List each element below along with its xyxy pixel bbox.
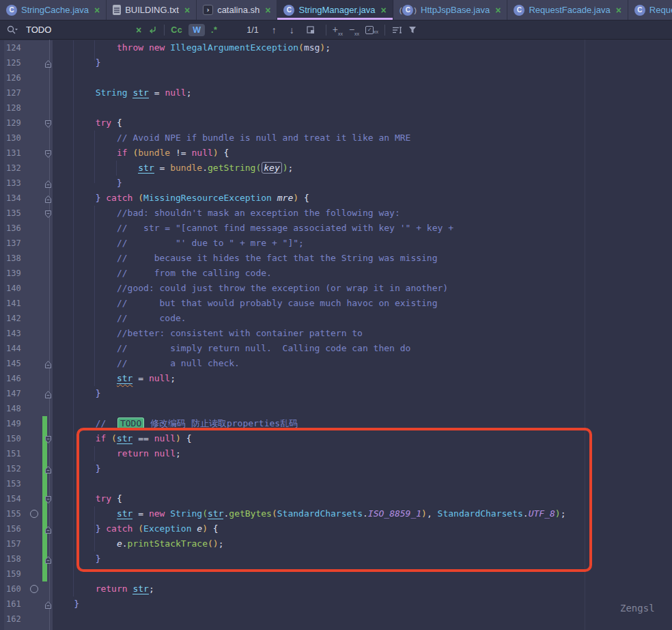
- previous-match-button[interactable]: ↑: [272, 25, 277, 36]
- tab-close-icon[interactable]: ×: [184, 5, 190, 15]
- code-line[interactable]: 125 }: [0, 55, 672, 70]
- fold-start-icon[interactable]: [44, 434, 52, 449]
- filter-lines-icon[interactable]: [391, 26, 402, 34]
- filter-icon[interactable]: [408, 26, 417, 34]
- code-text: } catch (MissingResourceException mre) {: [53, 191, 309, 206]
- gutter: 147: [0, 386, 53, 401]
- gutter-circle-icon[interactable]: [30, 585, 38, 593]
- tab-close-icon[interactable]: ×: [380, 5, 386, 15]
- line-number: 155: [6, 506, 21, 521]
- gutter: 140: [0, 281, 53, 296]
- indent-guide: [94, 131, 95, 183]
- gutter-circle-icon[interactable]: [30, 510, 38, 518]
- line-number: 153: [6, 476, 21, 491]
- tab-close-icon[interactable]: ×: [94, 5, 100, 15]
- code-line[interactable]: 139 // from the calling code.: [0, 266, 672, 281]
- code-editor[interactable]: 124 throw new IllegalArgumentException(m…: [0, 40, 672, 630]
- code-line[interactable]: 133 }: [0, 176, 672, 191]
- toggle-occurrences-button[interactable]: ✓xx: [365, 26, 378, 34]
- code-line[interactable]: 130 // Avoid NPE if bundle is null and t…: [0, 131, 672, 146]
- search-icon[interactable]: [7, 25, 18, 35]
- code-line[interactable]: 161 }: [0, 597, 672, 612]
- fold-end-icon[interactable]: [44, 389, 52, 404]
- line-number: 159: [6, 566, 21, 581]
- fold-end-icon[interactable]: [44, 524, 52, 539]
- code-text: // simply return null. Calling code can …: [53, 341, 410, 356]
- code-line[interactable]: 147 }: [0, 386, 672, 401]
- tab-stringcache-java[interactable]: CStringCache.java×: [0, 0, 107, 20]
- code-line[interactable]: 128: [0, 100, 672, 115]
- code-line[interactable]: 135 //bad: shouldn't mask an exception t…: [0, 206, 672, 221]
- code-line[interactable]: 160 return str;: [0, 581, 672, 597]
- code-line[interactable]: 140 //good: could just throw the excepti…: [0, 281, 672, 296]
- code-line[interactable]: 126: [0, 70, 672, 85]
- code-line[interactable]: 132 str = bundle.getString(key);: [0, 161, 672, 176]
- fold-end-icon[interactable]: [44, 359, 52, 374]
- fold-start-icon[interactable]: [44, 494, 52, 509]
- line-number: 132: [6, 161, 21, 176]
- tab-stringmanager-java[interactable]: CStringManager.java×: [277, 0, 393, 20]
- tab-close-icon[interactable]: ×: [265, 5, 270, 15]
- vcs-added-marker[interactable]: [42, 416, 47, 431]
- fold-end-icon[interactable]: [44, 58, 52, 73]
- tab-catalina-sh[interactable]: ›catalina.sh×: [197, 0, 277, 20]
- code-line[interactable]: 145 // a null check.: [0, 356, 672, 371]
- regex-button[interactable]: .*: [211, 25, 217, 35]
- gutter: 144: [0, 341, 53, 356]
- code-line[interactable]: 124 throw new IllegalArgumentException(m…: [0, 40, 672, 55]
- select-all-occurrences-button[interactable]: [306, 25, 316, 35]
- gutter: 156: [0, 521, 53, 536]
- match-case-button[interactable]: Cc: [171, 25, 182, 35]
- code-line[interactable]: 142 // code.: [0, 311, 672, 326]
- code-line[interactable]: 136 // str = "[cannot find message assoc…: [0, 221, 672, 236]
- code-line[interactable]: 146 str = null;: [0, 371, 672, 386]
- shell-file-icon: ›: [203, 5, 213, 15]
- code-line[interactable]: 134 } catch (MissingResourceException mr…: [0, 191, 672, 206]
- code-text: //good: could just throw the exception (…: [53, 281, 448, 296]
- code-line[interactable]: 127 String str = null;: [0, 85, 672, 100]
- gutter: 141: [0, 296, 53, 311]
- line-number: 145: [6, 356, 21, 371]
- tab-request-java[interactable]: CRequest.java×: [628, 0, 672, 20]
- search-input[interactable]: [25, 24, 130, 36]
- fold-end-icon[interactable]: [44, 599, 52, 614]
- code-line[interactable]: 148: [0, 401, 672, 416]
- fold-end-icon[interactable]: [44, 464, 52, 479]
- code-line[interactable]: 162: [0, 612, 672, 627]
- code-text: // Avoid NPE if bundle is null and treat…: [53, 131, 410, 146]
- fold-end-icon[interactable]: [44, 554, 52, 569]
- decorated-class-icon: (C): [400, 5, 417, 16]
- gutter: 143: [0, 326, 53, 341]
- gutter: 152: [0, 461, 53, 476]
- code-line[interactable]: 129 try {: [0, 115, 672, 131]
- code-line[interactable]: 131 if (bundle != null) {: [0, 146, 672, 161]
- code-line[interactable]: 137 // "' due to " + mre + "]";: [0, 236, 672, 251]
- line-number: 124: [6, 40, 21, 55]
- code-line[interactable]: 144 // simply return null. Calling code …: [0, 341, 672, 356]
- newline-icon[interactable]: [148, 25, 158, 35]
- tab-httpjspbase-java[interactable]: (C)HttpJspBase.java×: [393, 0, 508, 20]
- line-number: 136: [6, 221, 21, 236]
- tab-building-txt[interactable]: BUILDING.txt×: [107, 0, 197, 20]
- gutter: 128: [0, 100, 53, 115]
- fold-start-icon[interactable]: [44, 118, 52, 133]
- tab-close-icon[interactable]: ×: [495, 5, 501, 15]
- code-line[interactable]: 141 // but that would probably cause muc…: [0, 296, 672, 311]
- clear-search-icon[interactable]: ×: [136, 25, 141, 36]
- fold-start-icon[interactable]: [44, 208, 52, 223]
- code-line[interactable]: 143 //better: consistent with container …: [0, 326, 672, 341]
- next-match-button[interactable]: ↓: [290, 25, 294, 36]
- tab-requestfacade-java[interactable]: CRequestFacade.java×: [507, 0, 628, 20]
- code-text: }: [53, 597, 79, 612]
- line-number: 139: [6, 266, 21, 281]
- line-number: 151: [6, 446, 21, 461]
- fold-start-icon[interactable]: [44, 148, 52, 163]
- tab-label: BUILDING.txt: [125, 5, 179, 15]
- remove-occurrence-button[interactable]: −xx: [349, 24, 359, 36]
- fold-end-icon[interactable]: [44, 193, 52, 208]
- words-button[interactable]: W: [188, 24, 205, 36]
- add-occurrence-button[interactable]: +xx: [333, 24, 343, 36]
- tab-close-icon[interactable]: ×: [616, 5, 621, 15]
- fold-end-icon[interactable]: [44, 178, 52, 193]
- code-line[interactable]: 138 // because it hides the fact that th…: [0, 251, 672, 266]
